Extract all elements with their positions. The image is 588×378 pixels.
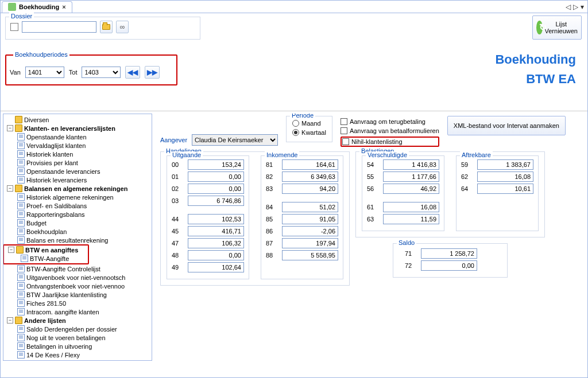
value-field[interactable]: 0,00 [188,172,244,182]
value-field[interactable]: 197,94 [282,238,338,248]
tab-prev-icon[interactable]: ◁ [566,3,571,11]
tree-item-btw[interactable]: BTW en aangiftes [25,247,78,254]
value-field[interactable]: 16,08 [477,172,533,182]
dossier-link-button[interactable]: ∞ [116,21,129,33]
value-field[interactable]: 11,59 [383,214,439,224]
value-field[interactable]: 102,64 [188,262,244,272]
value-field[interactable]: 5 558,95 [282,250,338,260]
check-nihil-klantenlisting[interactable]: Nihil-klantenlisting [342,138,403,145]
code-label: 45 [172,228,183,235]
value-field[interactable]: 91,05 [282,214,338,224]
tree-item[interactable]: BTW Jaarlijkse klantenlisting [15,290,150,299]
check-terugbetaling[interactable]: Aanvraag om terugbetaling [341,118,439,125]
tree-item[interactable]: Balans en resultatenrekening [15,236,150,244]
value-field[interactable]: 1 416,83 [383,159,439,170]
tree-item[interactable]: Vervaldaglijst klanten [15,141,150,150]
collapse-icon[interactable]: − [7,185,13,192]
value-row: 826 349,63 [266,172,338,182]
value-field[interactable]: 0,00 [188,184,244,194]
report-tree[interactable]: Diversen −Klanten- en leverancierslijste… [3,114,152,361]
aangever-select[interactable]: Claudia De Keirsmaeker [192,134,278,146]
period-next-button[interactable]: ▶▶ [145,66,160,79]
value-field[interactable]: 10,61 [477,184,533,194]
collapse-icon[interactable]: − [7,125,13,131]
value-field[interactable]: 94,20 [282,184,338,194]
xml-intervat-button[interactable]: XML-bestand voor Intervat aanmaken [447,116,566,135]
tab-next-icon[interactable]: ▷ [573,3,578,11]
value-field[interactable]: 16,08 [383,202,439,212]
collapse-icon[interactable]: − [8,247,14,253]
tree-item-klanten-leveranciers[interactable]: Klanten- en leverancierslijsten [24,125,115,132]
folder-icon [15,124,22,132]
code-label: 85 [266,216,277,223]
tree-item[interactable]: Historiek algemene rekeningen [15,193,150,201]
value-row: 8394,20 [266,184,338,194]
value-field[interactable]: 0,00 [421,260,477,271]
value-field[interactable]: 102,53 [188,214,244,224]
value-field[interactable]: 6 746,86 [188,196,244,206]
value-field[interactable]: 46,92 [383,184,439,194]
value-field[interactable]: 106,32 [188,238,244,248]
nihil-highlight: Nihil-klantenlisting [341,137,439,147]
tree-item[interactable]: Budget [15,219,150,227]
tree-item[interactable]: Saldo Derdengelden per dossier [15,325,150,333]
tree-item[interactable]: Proef- en Saldibalans [15,201,150,210]
tree-item[interactable]: Historiek leveranciers [15,176,150,184]
tree-item[interactable]: Boekhoudplan [15,227,150,236]
tree-item[interactable]: Ontvangstenboek voor niet-vennoo [15,282,150,290]
value-row: 010,00 [172,172,244,182]
tree-item[interactable]: Provisies per klant [15,158,150,167]
value-row: 6311,59 [367,214,439,224]
inkomende-group: Inkomende 81164,61826 349,638394,208451,… [261,155,343,279]
radio-maand[interactable]: Maand [292,120,326,127]
tree-item[interactable]: Fiches 281.50 [15,299,150,307]
value-field[interactable]: 6 349,63 [282,172,338,182]
value-field[interactable]: -2,06 [282,226,338,236]
period-to-select[interactable]: 1403 [82,67,121,78]
tree-item[interactable]: Openstaande leveranciers [15,167,150,176]
app-icon [8,3,16,11]
code-label: 44 [172,216,183,223]
value-field[interactable]: 416,71 [188,226,244,236]
tree-item-btw-aangifte[interactable]: BTW-Aangifte [30,255,69,262]
tree-item-andere[interactable]: Andere lijsten [24,317,66,324]
close-icon[interactable]: × [62,3,65,10]
dossier-checkbox[interactable] [10,23,18,31]
value-field[interactable]: 153,24 [188,159,244,170]
tree-item[interactable]: Rapporteringsbalans [15,210,150,219]
value-field[interactable]: 1 258,72 [421,248,477,259]
value-field[interactable]: 1 177,66 [383,172,439,182]
document-icon [17,193,25,201]
tree-item[interactable]: Historiek klanten [15,150,150,158]
code-label: 61 [367,204,378,211]
value-field[interactable]: 164,61 [282,159,338,170]
value-row: 711 258,72 [405,248,501,259]
value-field[interactable]: 1 383,67 [477,159,533,170]
value-field[interactable]: 0,00 [188,250,244,260]
radio-kwartaal[interactable]: Kwartaal [292,129,326,136]
tree-item[interactable]: 14 De Kees / Flexy [15,350,150,359]
document-icon [17,342,25,350]
value-row: 6116,08 [367,202,439,212]
tree-item-balansen[interactable]: Balansen en algemene rekeningen [24,185,127,192]
period-from-select[interactable]: 1401 [25,67,64,78]
document-icon [17,142,25,149]
tree-item[interactable]: Nog uit te voeren betalingen [15,333,150,342]
tree-item[interactable]: BTW-Aangifte Controlelijst [15,264,150,273]
tab-boekhouding[interactable]: Boekhouding × [2,1,72,13]
dossier-browse-button[interactable] [100,21,113,33]
dossier-input[interactable] [22,21,96,33]
document-icon [17,299,25,307]
period-prev-button[interactable]: ◀◀ [125,66,140,79]
code-label: 88 [266,252,277,259]
tree-item[interactable]: Betalingen in uitvoering [15,342,150,350]
tree-item[interactable]: Openstaande klanten [15,133,150,141]
tree-item[interactable]: Uitgavenboek voor niet-vennootsch [15,273,150,282]
tree-item[interactable]: Intracom. aangifte klanten [15,307,150,316]
value-row: 8591,05 [266,214,338,224]
tab-menu-icon[interactable]: ▾ [581,3,584,11]
collapse-icon[interactable]: − [7,317,13,324]
check-betaalformulieren[interactable]: Aanvraag van betaalformulieren [341,127,439,134]
value-field[interactable]: 51,02 [282,202,338,212]
tree-item-diversen[interactable]: Diversen [24,116,49,123]
